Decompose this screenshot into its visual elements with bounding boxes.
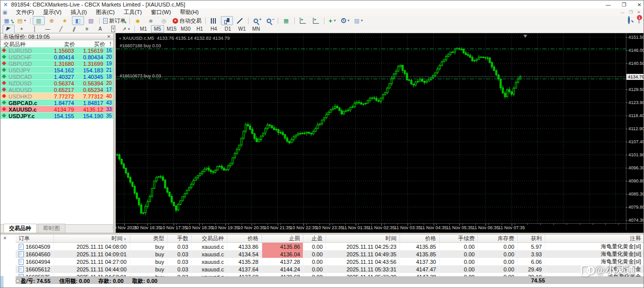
chart-bars-button[interactable]	[208, 16, 220, 25]
tab-tick-chart[interactable]: 即时图	[38, 224, 65, 233]
terminal-column-header[interactable]: 注释	[545, 235, 644, 243]
terminal-column-header[interactable]: 价格	[399, 235, 439, 243]
market-watch-row[interactable]: GBPCAD.c1.847741.8481743	[1, 100, 113, 106]
menu-item[interactable]: 帮助(H)	[176, 9, 203, 15]
strategy-tester-button[interactable]: ▧	[85, 16, 97, 25]
templates-button[interactable]: ▨▼	[353, 16, 365, 25]
timeframe-mn-button[interactable]: MN	[250, 25, 263, 33]
market-watch-row[interactable]: USDCAD1.403271.4034518	[1, 73, 113, 80]
close-icon[interactable]: ✕	[3, 236, 7, 241]
minimize-child-icon[interactable]: —	[620, 10, 624, 15]
terminal-column-header[interactable]: 手数	[168, 235, 192, 243]
fibonacci-tool-button[interactable]: ≡	[81, 25, 93, 34]
metaeditor-button[interactable]: ◆	[132, 16, 144, 25]
terminal-column-header[interactable]: 时间	[326, 235, 400, 243]
data-window-button[interactable]: ⊕	[46, 16, 58, 25]
autotrading-button[interactable]: 自动交易	[171, 16, 203, 25]
close-icon[interactable]: ✕	[637, 2, 641, 8]
terminal-column-header[interactable]: 止损	[262, 235, 303, 243]
periods-button[interactable]: ▼	[340, 16, 352, 25]
menu-item[interactable]: 窗口(W)	[146, 9, 176, 15]
column-header[interactable]: !	[99, 41, 111, 47]
new-order-button[interactable]: +新订单	[102, 16, 127, 25]
shapes-tool-button[interactable]: ↗▼	[120, 25, 132, 34]
one-click-trading-icon[interactable]: ▾	[119, 37, 121, 40]
timeframe-d1-button[interactable]: D1	[221, 25, 234, 33]
terminal-column-header[interactable]: 手续费	[439, 235, 478, 243]
order-row[interactable]: 166049942025.11.11 04:27:00buy0.03xauusd…	[16, 258, 644, 265]
timeframe-h4-button[interactable]: H4	[207, 25, 220, 33]
tile-windows-button[interactable]: ▦	[280, 16, 292, 25]
market-watch-button[interactable]: ▥	[33, 16, 45, 25]
market-watch-row[interactable]: GBPUSD1.316801.3169919	[1, 60, 113, 67]
tab-symbols[interactable]: 交易品种	[4, 224, 37, 233]
timeframe-m30-button[interactable]: M30	[179, 25, 192, 33]
chevron-down-icon[interactable]: ▼	[24, 19, 27, 22]
minimize-icon[interactable]: —	[606, 2, 611, 8]
chart-restore-icon[interactable]: ▣	[3, 10, 7, 15]
timeframe-w1-button[interactable]: W1	[235, 25, 249, 33]
market-watch-row[interactable]: USDJPY154.162154.18321	[1, 67, 113, 73]
terminal-column-header[interactable]: 交易品种	[192, 235, 227, 243]
chevron-down-icon[interactable]: ▼	[127, 28, 130, 31]
market-watch-row[interactable]: EURUSD1.156031.1561916	[1, 47, 113, 54]
terminal-column-header[interactable]: 订单	[16, 235, 53, 243]
timeframe-m15-button[interactable]: M15	[165, 25, 178, 33]
terminal-column-header[interactable]: 库存费	[478, 235, 518, 243]
chevron-down-icon[interactable]: ▼	[334, 19, 337, 22]
restore-child-icon[interactable]: ❐	[629, 10, 632, 15]
menu-item[interactable]: 插入(I)	[66, 9, 91, 15]
order-row[interactable]: 166056122025.11.11 04:44:00buy0.03xauusd…	[16, 265, 644, 273]
terminal-column-header[interactable]: 止盈	[303, 235, 326, 243]
chart-candles-button[interactable]	[221, 16, 233, 25]
table-header-row[interactable]: 订单时间▼类型手数交易品种价格止损止盈时间价格手续费库存费获利注释	[16, 235, 644, 243]
terminal-column-header[interactable]: 获利	[518, 235, 545, 243]
chart-window[interactable]: #16607188 buy 0.03#16610673 buy 0.03 ▾XA…	[116, 33, 644, 233]
cursor-tool-button[interactable]: ◤	[3, 25, 15, 34]
menu-item[interactable]: 工具(T)	[119, 9, 146, 15]
market-watch-row[interactable]: USDCHF0.804140.8043420	[1, 54, 113, 60]
market-watch-row[interactable]: AUDUSD0.652170.6523417	[1, 86, 113, 93]
profiles-button[interactable]: ▤▼	[16, 16, 28, 25]
chart-line-button[interactable]	[234, 16, 246, 25]
channel-tool-button[interactable]: ∥	[68, 25, 80, 34]
crosshair-tool-button[interactable]: +	[16, 25, 28, 34]
order-row[interactable]: 166045092025.11.11 04:08:00buy0.03xauusd…	[16, 243, 644, 251]
close-child-icon[interactable]: ✕	[637, 10, 640, 15]
navigator-button[interactable]: ★	[59, 16, 71, 25]
chart-shift-button[interactable]	[310, 16, 322, 25]
mdi-child-controls[interactable]: —❐✕	[620, 10, 640, 15]
vertical-line-tool-button[interactable]: │	[29, 25, 41, 34]
price-chart[interactable]: #16607188 buy 0.03#16610673 buy 0.03	[116, 34, 626, 223]
new-chart-button[interactable]: ▦+▼	[3, 16, 15, 25]
text-label-tool-button[interactable]: T	[107, 25, 119, 34]
timeframe-m5-button[interactable]: M5	[151, 25, 164, 33]
market-watch-row[interactable]: NZDUSD0.563740.5639420	[1, 80, 113, 86]
menu-item[interactable]: 文件(F)	[11, 9, 38, 15]
timeframe-m1-button[interactable]: M1	[137, 25, 150, 33]
restore-icon[interactable]: ❐	[622, 2, 626, 8]
indicators-button[interactable]: +▼	[327, 16, 339, 25]
request-quotes-button[interactable]: ☻	[145, 16, 157, 25]
terminal-column-header[interactable]: 类型	[130, 235, 168, 243]
menu-item[interactable]: 图表(C)	[92, 9, 119, 15]
menu-item[interactable]: 显示(V)	[39, 9, 66, 15]
market-watch-header[interactable]: 市场报价: 08:19:05 ✕	[1, 34, 113, 40]
trendline-tool-button[interactable]: ╱	[55, 25, 67, 34]
zoom-out-button[interactable]: −	[264, 16, 276, 25]
text-tool-button[interactable]: A	[94, 25, 106, 34]
terminal-toggle-button[interactable]: ◧	[72, 16, 84, 25]
order-row[interactable]: 166045602025.11.11 04:09:01buy0.03xauusd…	[16, 250, 644, 258]
auto-scroll-button[interactable]	[297, 16, 309, 25]
chevron-down-icon[interactable]: ▼	[347, 19, 350, 22]
notifications-button[interactable]: 1	[638, 17, 639, 23]
market-watch-row[interactable]: USDJPY.c154.155154.19035	[1, 113, 113, 119]
chevron-down-icon[interactable]: ▼	[360, 19, 363, 22]
close-icon[interactable]: ✕	[107, 34, 111, 39]
zoom-in-button[interactable]: +	[251, 16, 263, 25]
market-watch-row[interactable]: USDHKD7.772727.7731240	[1, 93, 113, 100]
community-button[interactable]: ◎	[158, 16, 170, 25]
market-watch-row[interactable]: XAUUSD.c4134.794135.1233	[1, 106, 113, 113]
timeframe-h1-button[interactable]: H1	[193, 25, 206, 33]
horizontal-line-tool-button[interactable]: —	[42, 25, 54, 34]
